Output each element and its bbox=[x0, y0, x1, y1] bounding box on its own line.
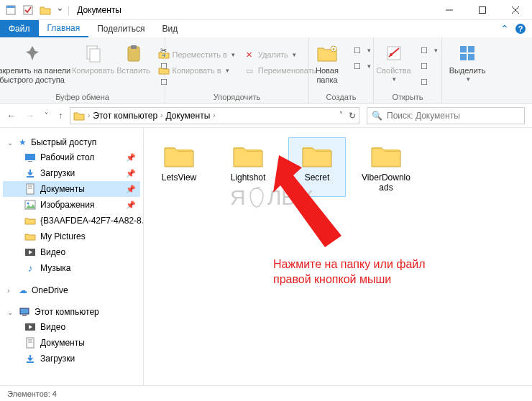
tab-file[interactable]: Файл bbox=[0, 20, 39, 37]
svg-text:✦: ✦ bbox=[331, 47, 336, 52]
move-to-button[interactable]: Переместить в▾ bbox=[155, 47, 238, 62]
pin-quickaccess-button[interactable]: Закрепить на панели быстрого доступа bbox=[0, 40, 72, 85]
thispc-header[interactable]: ⌄ Этот компьютер bbox=[3, 305, 140, 319]
tab-share[interactable]: Поделиться bbox=[88, 20, 153, 37]
sidebar-item[interactable]: Загрузки bbox=[3, 351, 140, 367]
pin-icon: 📌 bbox=[126, 185, 136, 194]
svg-rect-24 bbox=[27, 184, 34, 194]
move-icon bbox=[158, 49, 170, 60]
item-icon bbox=[24, 167, 36, 179]
tab-home[interactable]: Главная bbox=[39, 20, 89, 37]
new-item-button[interactable]: ☐▾ bbox=[349, 43, 374, 57]
maximize-button[interactable] bbox=[466, 0, 499, 20]
svg-rect-23 bbox=[27, 176, 34, 178]
sidebar-item[interactable]: My Pictures bbox=[3, 229, 140, 244]
folder-item[interactable]: Secret bbox=[289, 138, 345, 196]
folder-icon bbox=[162, 141, 196, 170]
easy-access-button[interactable]: ☐▾ bbox=[349, 59, 374, 73]
group-open-label: Открыть bbox=[392, 91, 423, 101]
item-icon bbox=[24, 199, 36, 211]
svg-rect-32 bbox=[22, 315, 27, 316]
forward-button[interactable]: → bbox=[26, 111, 35, 121]
qat-icon-1[interactable] bbox=[4, 4, 17, 17]
breadcrumb-pc[interactable]: Этот компьютер bbox=[93, 111, 157, 121]
close-button[interactable] bbox=[499, 0, 532, 20]
new-folder-label: Новая папка bbox=[308, 66, 346, 85]
select-icon bbox=[456, 42, 479, 65]
properties-button[interactable]: Свойства▾ bbox=[375, 40, 413, 83]
folder-item[interactable]: LetsView bbox=[151, 138, 207, 196]
svg-rect-10 bbox=[90, 49, 100, 62]
sidebar-item[interactable]: Загрузки📌 bbox=[3, 165, 140, 181]
pin-icon: 📌 bbox=[126, 200, 136, 210]
history-button[interactable]: ☐ bbox=[416, 75, 441, 89]
copy-button[interactable]: Копировать bbox=[75, 40, 112, 75]
help-icon[interactable]: ? bbox=[515, 23, 526, 34]
status-bar: Элементов: 4 bbox=[0, 385, 532, 401]
folder-name: LetsView bbox=[162, 172, 196, 183]
paste-label: Вставить bbox=[116, 66, 150, 75]
group-new-label: Создать bbox=[326, 91, 357, 101]
edit-button[interactable]: ☐ bbox=[416, 59, 441, 73]
copyto-icon bbox=[158, 65, 170, 76]
sidebar-item[interactable]: {B3AAFDEA-42F7-4A82-8… bbox=[3, 213, 140, 229]
svg-point-16 bbox=[390, 53, 393, 56]
quick-access-header[interactable]: ⌄ ★ Быстрый доступ bbox=[3, 135, 140, 149]
svg-point-28 bbox=[27, 203, 29, 205]
breadcrumb-docs[interactable]: Документы bbox=[165, 111, 210, 121]
properties-label: Свойства bbox=[376, 66, 411, 75]
delete-button[interactable]: ✕Удалить▾ bbox=[241, 47, 319, 62]
refresh-icon[interactable]: ↻ bbox=[349, 111, 356, 121]
back-button[interactable]: ← bbox=[7, 111, 16, 121]
paste-button[interactable]: Вставить bbox=[115, 40, 152, 75]
delete-icon: ✕ bbox=[244, 49, 255, 60]
svg-rect-21 bbox=[25, 154, 35, 160]
sidebar-item[interactable]: Документы bbox=[3, 335, 140, 351]
title-bar: ⌄ | Документы bbox=[0, 0, 532, 20]
item-icon bbox=[24, 321, 36, 333]
qat-dropdown-icon[interactable]: ⌄ bbox=[56, 4, 63, 17]
pc-icon bbox=[19, 307, 30, 317]
file-list[interactable]: LetsViewLightshotSecretViberDownloads ЯЛ… bbox=[144, 128, 532, 385]
select-button[interactable]: Выделить▾ bbox=[449, 40, 486, 83]
open-button[interactable]: ☐▾ bbox=[416, 43, 441, 57]
search-input[interactable]: 🔍 Поиск: Документы bbox=[367, 107, 525, 124]
recent-dropdown[interactable]: ˅ bbox=[45, 111, 48, 119]
tab-view[interactable]: Вид bbox=[153, 20, 186, 37]
item-icon bbox=[24, 337, 36, 349]
item-icon bbox=[24, 215, 36, 226]
item-icon bbox=[24, 183, 36, 195]
qat-icon-2[interactable] bbox=[22, 4, 35, 17]
cloud-icon: ☁ bbox=[19, 285, 27, 295]
window-title: Документы bbox=[77, 5, 121, 15]
onedrive-header[interactable]: › ☁ OneDrive bbox=[3, 283, 140, 298]
up-button[interactable]: ↑ bbox=[58, 111, 63, 121]
address-row: ← → ˅ ↑ › Этот компьютер › Документы › ˅… bbox=[0, 103, 532, 128]
sidebar-item[interactable]: Изображения📌 bbox=[3, 197, 140, 213]
folder-item[interactable]: Lightshot bbox=[220, 138, 276, 196]
svg-rect-4 bbox=[480, 6, 486, 13]
address-bar[interactable]: › Этот компьютер › Документы › ˅ ↻ bbox=[70, 107, 359, 124]
collapse-ribbon-icon[interactable]: ⌃ bbox=[500, 23, 509, 34]
rename-button[interactable]: ▭Переименовать bbox=[241, 63, 319, 78]
item-icon: ♪ bbox=[24, 262, 36, 274]
search-placeholder: Поиск: Документы bbox=[387, 111, 460, 121]
svg-rect-35 bbox=[27, 338, 34, 348]
copy-to-button[interactable]: Копировать в▾ bbox=[155, 63, 238, 78]
status-count: Элементов: 4 bbox=[7, 390, 57, 398]
folder-item[interactable]: ViberDownloads bbox=[358, 138, 414, 196]
svg-rect-1 bbox=[6, 6, 15, 8]
new-folder-button[interactable]: ✦ Новая папка bbox=[308, 40, 346, 85]
sidebar-item[interactable]: Видео bbox=[3, 244, 140, 260]
folder-icon bbox=[369, 141, 403, 170]
sidebar-item[interactable]: ♪Музыка bbox=[3, 260, 140, 276]
minimize-button[interactable] bbox=[433, 0, 466, 20]
sidebar-item[interactable]: Рабочий стол📌 bbox=[3, 149, 140, 165]
folder-icon bbox=[300, 141, 334, 170]
sidebar-item[interactable]: Документы📌 bbox=[3, 181, 140, 197]
sidebar-item[interactable]: Видео bbox=[3, 319, 140, 335]
paste-icon bbox=[122, 42, 145, 65]
svg-rect-17 bbox=[460, 46, 467, 52]
address-dropdown-icon[interactable]: ˅ bbox=[339, 111, 343, 121]
svg-rect-22 bbox=[28, 161, 32, 162]
